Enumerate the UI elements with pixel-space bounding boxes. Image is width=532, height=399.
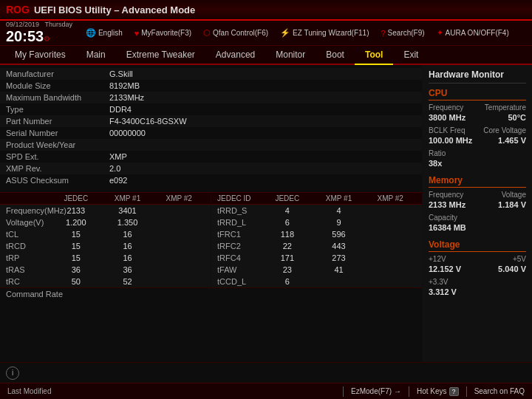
timing-label: tFRC1	[217, 230, 262, 239]
ez-tuning-btn[interactable]: ⚡ EZ Tuning Wizard(F11)	[276, 27, 373, 39]
timing-xmp1: 16	[102, 253, 154, 262]
timing-jedec: 15	[50, 230, 102, 239]
hotkeys-key: ?	[449, 387, 459, 396]
memory-info-row: SPD Ext. XMP	[0, 151, 422, 163]
hw-sections: CPUFrequencyTemperature3800 MHz50°CBCLK …	[429, 88, 526, 298]
hw-key-label: Frequency	[429, 191, 463, 199]
memory-info-value: XMP	[109, 152, 127, 161]
jedec-right-h2: XMP #1	[313, 194, 365, 202]
memory-info-label: Module Size	[6, 81, 109, 90]
favorites-btn[interactable]: ♥ MyFavorite(F3)	[130, 27, 196, 39]
memory-info-row: ASUS Checksum e092	[0, 174, 422, 186]
info-icon[interactable]: i	[6, 366, 19, 380]
qfan-icon: ⬡	[203, 28, 211, 38]
memory-info-row: Module Size 8192MB	[0, 80, 422, 92]
qfan-btn[interactable]: ⬡ Qfan Control(F6)	[199, 27, 273, 39]
hw-section-title: CPU	[429, 88, 526, 100]
nav-item-monitor[interactable]: Monitor	[265, 46, 316, 65]
timing-jedec: 4	[262, 206, 313, 215]
memory-info-row: Type DDR4	[0, 103, 422, 115]
hw-label-row: Capacity	[429, 214, 526, 222]
nav-item-exit[interactable]: Exit	[393, 46, 429, 65]
timing-label: tFAW	[217, 265, 262, 274]
timing-xmp1: 52	[102, 277, 154, 286]
timing-jedec: 22	[262, 242, 313, 250]
hw-val-row: 3.312 V	[429, 287, 526, 298]
hotkeys-btn[interactable]: Hot Keys ?	[417, 387, 459, 396]
memory-info-value: 8192MB	[109, 81, 140, 90]
nav-item-tool[interactable]: Tool	[355, 46, 393, 65]
nav-item-boot[interactable]: Boot	[316, 46, 355, 65]
hw-key-label2: Temperature	[485, 103, 526, 112]
hw-val-text: 100.00 MHz	[429, 136, 472, 145]
jedec-left-h3: XMP #2	[153, 194, 205, 202]
memory-info-row: XMP Rev. 2.0	[0, 163, 422, 174]
memory-info-label: Type	[6, 105, 109, 114]
nav-item-advanced[interactable]: Advanced	[205, 46, 265, 65]
hw-val-row: 100.00 MHz1.465 V	[429, 136, 526, 146]
hw-key-label: BCLK Freq	[429, 126, 465, 134]
hw-key-label: Frequency	[429, 103, 463, 112]
timing-row: tRFC4 171 273	[211, 252, 422, 264]
timing-label: Frequency(MHz)	[6, 206, 50, 215]
aura-btn[interactable]: ✦ AURA ON/OFF(F4)	[432, 27, 514, 39]
timing-row: tRCD 15 16	[0, 240, 211, 252]
jedec-left-h1: JEDEC	[50, 194, 102, 202]
ezmode-btn[interactable]: EzMode(F7) →	[351, 387, 401, 395]
timing-right-panel: tRRD_S 4 4 tRRD_L 6 9 tFRC1 118 596 tRFC…	[211, 205, 422, 287]
timing-row: tFAW 23 41	[211, 264, 422, 276]
timing-row: tRP 15 16	[0, 252, 211, 264]
timing-xmp1: 36	[102, 265, 154, 274]
timing-row: tRRD_S 4 4	[211, 205, 422, 216]
timing-jedec: 6	[262, 218, 313, 227]
jedec-right-h1: JEDEC	[262, 194, 313, 202]
memory-info-table: Manufacturer G.Skill Module Size 8192MB …	[0, 65, 422, 189]
left-content: Manufacturer G.Skill Module Size 8192MB …	[0, 65, 423, 362]
language-btn[interactable]: 🌐 English	[81, 27, 127, 39]
hw-val-text: 3800 MHz	[429, 113, 466, 122]
datetime-section: 09/12/2019 Thursday 20:53⚙	[6, 21, 72, 45]
memory-info-label: Maximum Bandwidth	[6, 93, 109, 102]
timing-label: tRFC2	[217, 242, 262, 250]
search-btn[interactable]: ? Search(F9)	[376, 27, 429, 39]
hw-monitor-title: Hardware Monitor	[429, 69, 526, 83]
timing-xmp1: 1.350	[102, 218, 154, 227]
nav-item-favorites[interactable]: My Favorites	[4, 46, 76, 65]
memory-info-label: SPD Ext.	[6, 152, 109, 161]
hw-section: MemoryFrequencyVoltage2133 MHz1.184 VCap…	[429, 175, 526, 233]
timing-jedec: 36	[50, 265, 102, 274]
timing-jedec: 6	[262, 277, 313, 286]
search-faq-btn[interactable]: Search on FAQ	[474, 387, 525, 395]
memory-info-value: 2133MHz	[109, 93, 144, 102]
footer-divider-2	[409, 386, 409, 397]
nav-item-main[interactable]: Main	[76, 46, 116, 65]
hw-val-text2: 1.184 V	[498, 200, 526, 209]
timing-left-panel: Frequency(MHz) 2133 3401 Voltage(V) 1.20…	[0, 205, 211, 287]
timing-row: tCL 15 16	[0, 228, 211, 240]
memory-info-label: Manufacturer	[6, 69, 109, 78]
jedec-right-h3: XMP #2	[364, 194, 416, 202]
timing-xmp1: 443	[313, 242, 365, 250]
memory-info-value: F4-3400C16-8GSXW	[109, 117, 187, 126]
timing-label: tRRD_L	[217, 218, 262, 227]
hw-val-text: 3.312 V	[429, 287, 457, 296]
footer-left: Last Modified	[7, 387, 51, 395]
footer: Last Modified EzMode(F7) → Hot Keys ? Se…	[0, 383, 532, 399]
hw-key-label: Capacity	[429, 214, 457, 222]
hw-val-text: 12.152 V	[429, 265, 461, 273]
memory-info-row: Serial Number 00000000	[0, 127, 422, 139]
memory-info-label: Part Number	[6, 117, 109, 126]
timing-label: tRAS	[6, 265, 50, 274]
timing-jedec: 171	[262, 253, 313, 262]
aura-icon: ✦	[437, 28, 443, 38]
nav-item-extreme-tweaker[interactable]: Extreme Tweaker	[116, 46, 205, 65]
hw-label-row: FrequencyVoltage	[429, 191, 526, 199]
timing-label: tRFC4	[217, 253, 262, 262]
nav-menu: My Favorites Main Extreme Tweaker Advanc…	[0, 46, 532, 65]
memory-info-label: ASUS Checksum	[6, 176, 109, 185]
footer-divider-1	[343, 386, 344, 397]
timing-xmp1: 41	[313, 265, 365, 274]
hw-key-label2: +5V	[513, 255, 526, 263]
memory-info-value: 00000000	[109, 129, 146, 137]
timing-xmp1: 16	[102, 230, 154, 239]
